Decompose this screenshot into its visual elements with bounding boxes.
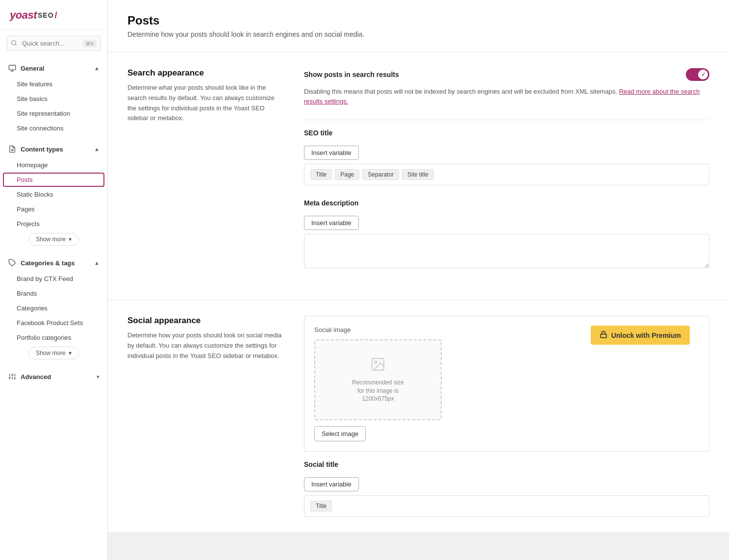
- search-appearance-right: Show posts in search results ✓ Disabling…: [304, 68, 709, 284]
- advanced-section-title: Advanced: [8, 372, 51, 381]
- show-in-results-desc-text: Disabling this means that posts will not…: [304, 88, 617, 95]
- sliders-icon: [8, 372, 17, 381]
- search-appearance-description: Determine what your posts should look li…: [127, 83, 284, 124]
- show-in-results-header: Show posts in search results ✓: [304, 68, 709, 81]
- general-section-header[interactable]: General ▲: [0, 59, 107, 76]
- logo-slash: /: [55, 10, 57, 21]
- meta-description-group: Meta description Insert variable: [304, 199, 709, 270]
- toggle-knob: ✓: [698, 70, 708, 79]
- seo-tag-page: Page: [335, 169, 359, 180]
- document-icon: [8, 145, 17, 153]
- logo-seo-text: SEO: [38, 11, 54, 19]
- nav-item-site-representation[interactable]: Site representation: [3, 106, 104, 121]
- social-title-insert-variable-button[interactable]: Insert variable: [304, 477, 359, 491]
- search-appearance-heading: Search appearance: [127, 68, 284, 78]
- nav-item-portfolio-categories[interactable]: Portfolio categories: [3, 331, 104, 345]
- social-appearance-right: Unlock with Premium Social image: [304, 316, 709, 517]
- social-appearance-layout: Social appearance Determine how your pos…: [127, 316, 709, 517]
- nav-item-brand-ctx[interactable]: Brand by CTX Feed: [3, 272, 104, 286]
- yoast-logo: yoast SEO /: [10, 9, 98, 22]
- social-appearance-left: Social appearance Determine how your pos…: [127, 316, 284, 517]
- nav-item-static-blocks[interactable]: Static Blocks: [3, 187, 104, 202]
- image-placeholder-icon: [370, 356, 386, 376]
- divider-1: [304, 120, 709, 120]
- search-appearance-layout: Search appearance Determine what your po…: [127, 68, 709, 284]
- advanced-label: Advanced: [21, 373, 51, 381]
- show-in-results-group: Show posts in search results ✓ Disabling…: [304, 68, 709, 106]
- general-section-title: General: [8, 64, 44, 73]
- tag-icon: [8, 258, 17, 267]
- nav-item-facebook-product-sets[interactable]: Facebook Product Sets: [3, 316, 104, 330]
- page-title: Posts: [127, 14, 709, 27]
- sidebar: yoast SEO / ⌘K General ▲ Site: [0, 0, 108, 560]
- social-appearance-heading: Social appearance: [127, 316, 284, 326]
- image-upload-area[interactable]: Recommended size for this image is 1200x…: [314, 339, 442, 420]
- lock-icon: [600, 331, 607, 340]
- nav-section-categories-tags: Categories & tags ▲ Brand by CTX Feed Br…: [0, 252, 107, 365]
- meta-description-insert-variable-button[interactable]: Insert variable: [304, 216, 359, 230]
- categories-tags-show-more-button[interactable]: Show more ▾: [28, 347, 79, 359]
- nav-item-pages[interactable]: Pages: [3, 202, 104, 216]
- page-subtitle: Determine how your posts should look in …: [127, 30, 709, 38]
- search-appearance-left: Search appearance Determine what your po…: [127, 68, 284, 284]
- content-types-show-more-button[interactable]: Show more ▾: [28, 233, 79, 246]
- monitor-icon: [8, 64, 17, 73]
- social-tag-title: Title: [310, 501, 332, 511]
- nav-item-brands[interactable]: Brands: [3, 286, 104, 301]
- social-title-field[interactable]: Title: [304, 495, 709, 517]
- show-in-results-description: Disabling this means that posts will not…: [304, 87, 709, 106]
- seo-tag-separator: Separator: [362, 169, 399, 180]
- show-in-results-toggle[interactable]: ✓: [686, 68, 709, 81]
- seo-tag-site-title: Site title: [402, 169, 434, 180]
- toggle-check-icon: ✓: [701, 72, 705, 78]
- search-icon: [11, 40, 17, 48]
- seo-title-field[interactable]: Title Page Separator Site title: [304, 164, 709, 185]
- meta-description-label: Meta description: [304, 199, 709, 207]
- seo-title-group: SEO title Insert variable Title Page Sep…: [304, 129, 709, 185]
- seo-title-tags: Title Page Separator Site title: [310, 169, 703, 180]
- svg-point-0: [12, 40, 16, 45]
- unlock-premium-label: Unlock with Premium: [611, 331, 681, 339]
- general-label: General: [21, 65, 44, 72]
- categories-tags-section-header[interactable]: Categories & tags ▲: [0, 254, 107, 271]
- advanced-section-header[interactable]: Advanced ▾: [0, 367, 107, 385]
- content-types-section-title: Content types: [8, 145, 63, 153]
- categories-tags-chevron-icon: ▲: [94, 260, 100, 266]
- content-area: Search appearance Determine what your po…: [108, 52, 729, 533]
- nav-item-categories[interactable]: Categories: [3, 301, 104, 315]
- svg-rect-1: [9, 65, 15, 70]
- nav-item-homepage[interactable]: Homepage: [3, 158, 104, 172]
- main-content: Posts Determine how your posts should lo…: [108, 0, 729, 560]
- nav-item-site-basics[interactable]: Site basics: [3, 92, 104, 106]
- nav-item-posts[interactable]: Posts: [3, 173, 104, 187]
- content-types-label: Content types: [21, 146, 63, 153]
- seo-title-label: SEO title: [304, 129, 709, 137]
- show-in-results-label: Show posts in search results: [304, 71, 399, 78]
- nav-section-content-types: Content types ▲ Homepage Posts Static Bl…: [0, 138, 107, 252]
- nav-item-projects[interactable]: Projects: [3, 217, 104, 231]
- logo-area: yoast SEO /: [0, 0, 107, 30]
- image-hint: Recommended size for this image is 1200x…: [352, 379, 404, 403]
- nav-item-site-connections[interactable]: Site connections: [3, 121, 104, 135]
- content-types-section-header[interactable]: Content types ▲: [0, 140, 107, 157]
- select-image-button[interactable]: Select image: [314, 426, 366, 441]
- social-title-tags: Title: [310, 501, 703, 511]
- unlock-premium-button[interactable]: Unlock with Premium: [591, 326, 690, 345]
- svg-point-16: [375, 361, 377, 363]
- nav-section-advanced: Advanced ▾: [0, 365, 107, 387]
- categories-tags-show-more-label: Show more: [36, 350, 66, 356]
- advanced-chevron-icon: ▾: [97, 374, 100, 380]
- nav-section-general: General ▲ Site features Site basics Site…: [0, 57, 107, 138]
- categories-tags-show-more-chevron-icon: ▾: [69, 350, 72, 356]
- content-types-show-more-chevron-icon: ▾: [69, 236, 72, 243]
- content-types-show-more-label: Show more: [36, 236, 66, 243]
- svg-rect-14: [601, 334, 606, 337]
- seo-title-insert-variable-button[interactable]: Insert variable: [304, 146, 359, 160]
- logo-yoast-text: yoast: [10, 9, 37, 22]
- nav-item-site-features[interactable]: Site features: [3, 77, 104, 91]
- search-appearance-section: Search appearance Determine what your po…: [108, 52, 729, 300]
- categories-tags-label: Categories & tags: [21, 259, 75, 267]
- social-title-label: Social title: [304, 460, 709, 468]
- social-appearance-section: Social appearance Determine how your pos…: [108, 300, 729, 533]
- meta-description-textarea[interactable]: [304, 234, 709, 268]
